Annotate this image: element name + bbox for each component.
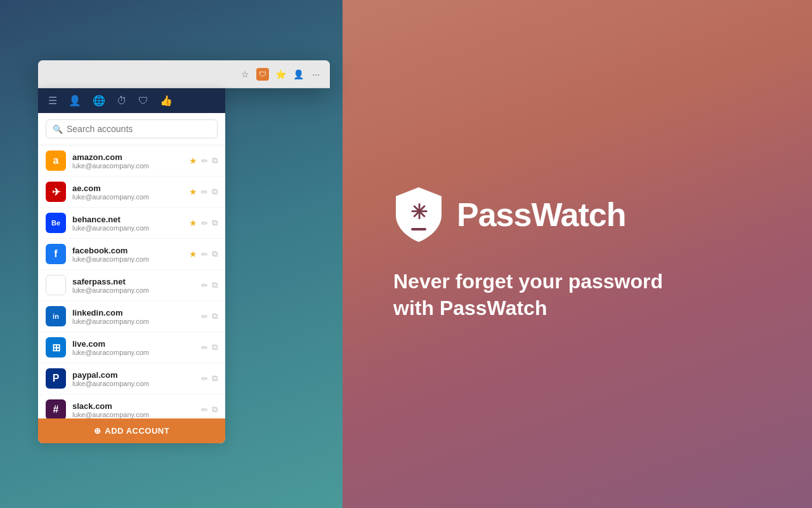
- user-icon[interactable]: 👤: [69, 95, 81, 107]
- copy-icon[interactable]: ⧉: [212, 156, 218, 166]
- account-email: luke@auracompany.com: [72, 411, 201, 418]
- list-item[interactable]: inlinkedin.comluke@auracompany.com✏⧉: [38, 301, 225, 332]
- list-item[interactable]: #slack.comluke@auracompany.com✏⧉: [38, 394, 225, 418]
- brand-tagline: Never forget your password with PassWatc…: [393, 269, 663, 321]
- account-list: aamazon.comluke@auracompany.com★✏⧉✈ae.co…: [38, 145, 225, 418]
- copy-icon[interactable]: ⧉: [212, 280, 218, 290]
- account-email: luke@auracompany.com: [72, 162, 189, 170]
- search-input[interactable]: [67, 124, 211, 134]
- account-logo: Be: [46, 213, 66, 233]
- favorites-icon[interactable]: ⭐: [274, 68, 287, 81]
- account-info: amazon.comluke@auracompany.com: [72, 152, 189, 170]
- menu-icon[interactable]: ☰: [48, 95, 57, 107]
- account-info: live.comluke@auracompany.com: [72, 339, 201, 356]
- clock-icon[interactable]: ⏱: [117, 95, 127, 107]
- account-name: linkedin.com: [72, 308, 201, 318]
- edit-icon[interactable]: ✏: [201, 374, 208, 384]
- add-account-label: ADD ACCOUNT: [105, 426, 169, 436]
- account-actions: ★✏⧉: [189, 249, 218, 259]
- svg-rect-1: [411, 228, 426, 231]
- edit-icon[interactable]: ✏: [201, 250, 208, 259]
- copy-icon[interactable]: ⧉: [212, 249, 218, 259]
- copy-icon[interactable]: ⧉: [212, 404, 218, 415]
- account-info: saferpass.netluke@auracompany.com: [72, 277, 201, 294]
- account-logo: ✈: [46, 182, 66, 202]
- account-name: facebook.com: [72, 246, 189, 255]
- tagline-line1: Never forget your password: [393, 270, 663, 293]
- edit-icon[interactable]: ✏: [201, 218, 208, 228]
- globe-icon[interactable]: 🌐: [93, 95, 105, 107]
- account-email: luke@auracompany.com: [72, 318, 201, 325]
- account-info: facebook.comluke@auracompany.com: [72, 246, 189, 263]
- account-actions: ★✏⧉: [189, 187, 218, 197]
- browser-window: ☆ 🛡 ⭐ 👤 ··· ☰ 👤 🌐 ⏱ 🛡 👍 🔍: [38, 60, 330, 88]
- account-actions: ✏⧉: [201, 404, 218, 415]
- account-actions: ★✏⧉: [189, 218, 218, 228]
- account-email: luke@auracompany.com: [72, 380, 201, 387]
- search-input-wrapper: 🔍: [46, 119, 218, 138]
- list-item[interactable]: Gsaferpass.netluke@auracompany.com✏⧉: [38, 270, 225, 301]
- popup-panel: ☰ 👤 🌐 ⏱ 🛡 👍 🔍 aamazon.comluke@auracompan…: [38, 88, 225, 443]
- account-email: luke@auracompany.com: [72, 255, 189, 263]
- edit-icon[interactable]: ✏: [201, 187, 208, 197]
- account-logo: a: [46, 150, 66, 171]
- favorite-star-icon[interactable]: ★: [189, 187, 197, 197]
- brand-logo: ✳ PassWatch: [393, 186, 626, 243]
- account-actions: ✏⧉: [201, 342, 218, 352]
- account-info: linkedin.comluke@auracompany.com: [72, 308, 201, 325]
- account-name: saferpass.net: [72, 277, 201, 286]
- account-name: slack.com: [72, 401, 201, 411]
- more-icon[interactable]: ···: [310, 68, 322, 81]
- account-name: live.com: [72, 339, 201, 349]
- add-account-button[interactable]: ⊕ ADD ACCOUNT: [38, 418, 225, 443]
- list-item[interactable]: Bebehance.netluke@auracompany.com★✏⧉: [38, 208, 225, 239]
- star-icon[interactable]: ☆: [239, 68, 251, 81]
- list-item[interactable]: Ppaypal.comluke@auracompany.com✏⧉: [38, 363, 225, 394]
- edit-icon[interactable]: ✏: [201, 156, 208, 166]
- list-item[interactable]: ⊞live.comluke@auracompany.com✏⧉: [38, 332, 225, 363]
- tagline-line2: with PassWatch: [393, 297, 547, 319]
- account-logo: G: [46, 275, 66, 295]
- search-bar: 🔍: [38, 113, 225, 145]
- list-item[interactable]: ✈ae.comluke@auracompany.com★✏⧉: [38, 177, 225, 208]
- account-logo: ⊞: [46, 337, 66, 358]
- account-actions: ✏⧉: [201, 280, 218, 290]
- copy-icon[interactable]: ⧉: [212, 373, 218, 384]
- list-item[interactable]: aamazon.comluke@auracompany.com★✏⧉: [38, 145, 225, 177]
- account-name: paypal.com: [72, 370, 201, 380]
- svg-text:✳: ✳: [410, 201, 428, 224]
- account-logo: f: [46, 244, 66, 264]
- browser-chrome: ☆ 🛡 ⭐ 👤 ···: [38, 60, 330, 88]
- copy-icon[interactable]: ⧉: [212, 187, 218, 197]
- favorite-star-icon[interactable]: ★: [189, 156, 197, 166]
- edit-icon[interactable]: ✏: [201, 405, 208, 415]
- profile-icon[interactable]: 👤: [292, 68, 304, 81]
- account-email: luke@auracompany.com: [72, 286, 201, 294]
- favorite-star-icon[interactable]: ★: [189, 218, 197, 228]
- account-email: luke@auracompany.com: [72, 224, 189, 232]
- account-name: ae.com: [72, 184, 189, 193]
- search-icon: 🔍: [53, 124, 63, 134]
- edit-icon[interactable]: ✏: [201, 281, 208, 290]
- shield-icon[interactable]: 🛡: [138, 95, 148, 107]
- left-panel: ☆ 🛡 ⭐ 👤 ··· ☰ 👤 🌐 ⏱ 🛡 👍 🔍: [0, 0, 343, 508]
- copy-icon[interactable]: ⧉: [212, 218, 218, 228]
- account-email: luke@auracompany.com: [72, 193, 189, 201]
- favorite-star-icon[interactable]: ★: [189, 249, 197, 259]
- account-info: paypal.comluke@auracompany.com: [72, 370, 201, 387]
- copy-icon[interactable]: ⧉: [212, 342, 218, 352]
- copy-icon[interactable]: ⧉: [212, 311, 218, 321]
- account-actions: ★✏⧉: [189, 156, 218, 166]
- add-icon: ⊕: [94, 426, 102, 436]
- brand-name: PassWatch: [457, 196, 626, 234]
- account-info: ae.comluke@auracompany.com: [72, 184, 189, 201]
- list-item[interactable]: ffacebook.comluke@auracompany.com★✏⧉: [38, 239, 225, 270]
- edit-icon[interactable]: ✏: [201, 312, 208, 321]
- account-info: behance.netluke@auracompany.com: [72, 215, 189, 232]
- account-logo: #: [46, 399, 66, 418]
- account-email: luke@auracompany.com: [72, 349, 201, 356]
- edit-icon[interactable]: ✏: [201, 343, 208, 352]
- thumbsup-icon[interactable]: 👍: [160, 95, 173, 107]
- extension-shield-icon[interactable]: 🛡: [256, 68, 269, 81]
- account-name: behance.net: [72, 215, 189, 224]
